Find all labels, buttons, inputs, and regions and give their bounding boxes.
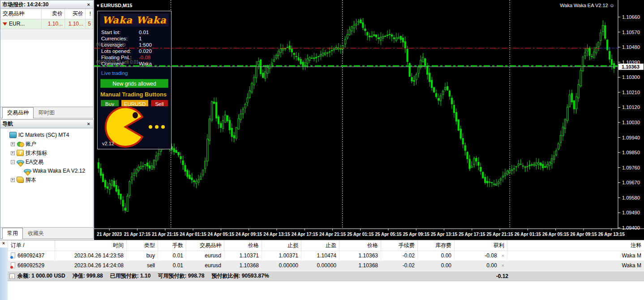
total-profit: -0.12: [455, 273, 508, 279]
close-icon[interactable]: ×: [1, 241, 6, 246]
orders-col-8[interactable]: 价格: [339, 240, 381, 251]
ea-stat-row: Lots opened:0.020: [98, 48, 171, 54]
market-watch-col-0[interactable]: 交易品种: [1, 9, 42, 19]
svg-text:1.09580: 1.09580: [622, 195, 640, 200]
expand-icon[interactable]: +: [11, 151, 15, 155]
navigator-item[interactable]: +f技术指标: [2, 148, 92, 157]
pacman-dot: [155, 125, 159, 129]
close-order-icon[interactable]: ×: [502, 253, 504, 258]
buy-order-icon: [11, 252, 15, 258]
navigator-item[interactable]: Waka Waka EA V2.12: [2, 166, 92, 175]
orders-col-6[interactable]: 止损: [262, 240, 301, 251]
terminal-panel: × 订单 /时间类型手数交易品种价格止损止盈价格手续费库存费获利注释 66909…: [0, 240, 644, 300]
orders-col-11[interactable]: 获利: [455, 240, 507, 251]
navigator-item[interactable]: +脚本: [2, 175, 92, 184]
market-watch-tab[interactable]: 即时图: [34, 107, 60, 118]
server-icon: [9, 132, 17, 138]
pacman-dot: [149, 125, 152, 129]
order-row[interactable]: 6690924372023.04.26 14:23:58buy0.01eurus…: [8, 251, 644, 261]
mt4-window: 市场报价: 14:24:30 × 交易品种卖价买价! EUR...1.10...…: [0, 0, 644, 300]
svg-text:21 Apr 2023: 21 Apr 2023: [97, 232, 122, 237]
close-order-icon[interactable]: ×: [502, 263, 504, 268]
navigator-tab[interactable]: 收藏夹: [23, 228, 49, 239]
market-watch-col-2[interactable]: 买价: [65, 9, 86, 19]
svg-text:1.10300: 1.10300: [622, 74, 640, 80]
market-watch-table: 交易品种卖价买价! EUR...1.10...1.10...5: [0, 9, 93, 29]
orders-col-12[interactable]: 注释: [507, 240, 644, 251]
summary-segment: 已用预付款: 1.10: [110, 273, 151, 279]
chart-window[interactable]: 1.106601.105701.104801.103901.103001.102…: [94, 0, 644, 240]
svg-text:25 Apr 21:15: 25 Apr 21:15: [487, 232, 514, 237]
expand-icon[interactable]: +: [11, 142, 15, 146]
candlestick-chart[interactable]: 1.106601.105701.104801.103901.103001.102…: [94, 0, 644, 240]
navigator-tab[interactable]: 常用: [2, 228, 23, 239]
market-watch-col-3[interactable]: !: [86, 9, 93, 19]
new-grids-allowed-button[interactable]: New grids allowed: [100, 79, 168, 88]
svg-text:1.09400: 1.09400: [622, 225, 640, 230]
accounts-icon: [17, 141, 24, 147]
orders-col-2[interactable]: 类型: [127, 240, 158, 251]
navigator-item-label: 脚本: [26, 176, 36, 184]
market-watch-empty-area: [1, 40, 93, 106]
navigator-item-label: EA交易: [26, 158, 43, 166]
svg-text:21 Apr 21:15: 21 Apr 21:15: [152, 232, 179, 237]
orders-col-3[interactable]: 手数: [158, 240, 186, 251]
scripts-icon: [17, 177, 24, 183]
orders-col-0[interactable]: 订单 /: [8, 240, 55, 251]
ea-version-label: v2.12: [102, 141, 114, 146]
navigator-item[interactable]: IC Markets (SC) MT4: [2, 130, 92, 139]
live-trading-label: Live trading: [98, 67, 171, 77]
indicators-icon: f: [17, 150, 24, 156]
order-line-label: #669092437 tp: [96, 42, 126, 47]
svg-text:1.09850: 1.09850: [622, 150, 640, 155]
navigator-panel: 导航 × IC Markets (SC) MT4+账户+f技术指标-EA交易Wa…: [0, 119, 94, 239]
svg-text:1.10480: 1.10480: [622, 44, 640, 50]
expert-advisor-icon: [24, 168, 31, 174]
collapse-icon[interactable]: -: [11, 160, 15, 164]
ea-info-panel: Waka Waka Start lot:0.01Currencies:1Leve…: [97, 11, 172, 149]
navigator-item-label: 账户: [26, 140, 36, 148]
svg-text:24 Apr 09:15: 24 Apr 09:15: [236, 232, 262, 237]
pacman-dot: [161, 125, 165, 129]
svg-text:25 Apr 17:15: 25 Apr 17:15: [459, 232, 485, 237]
orders-col-9[interactable]: 手续费: [381, 240, 418, 251]
svg-text:1.10660: 1.10660: [622, 14, 640, 20]
market-watch-titlebar[interactable]: 市场报价: 14:24:30 ×: [0, 0, 93, 9]
tick-down-icon: [3, 22, 7, 26]
market-watch-col-1[interactable]: 卖价: [42, 9, 65, 19]
orders-col-1[interactable]: 时间: [55, 240, 127, 251]
svg-text:25 Apr 05:15: 25 Apr 05:15: [375, 232, 402, 237]
summary-segment: 净值: 999.88: [73, 273, 103, 279]
svg-text:1.09940: 1.09940: [622, 135, 640, 140]
svg-text:26 Apr 01:15: 26 Apr 01:15: [515, 232, 541, 237]
market-watch-row[interactable]: EUR...1.10...1.10...5: [1, 19, 93, 29]
ea-stat-row: Currencies:1: [98, 35, 171, 42]
close-icon[interactable]: ×: [86, 2, 91, 7]
expand-icon[interactable]: +: [11, 178, 15, 182]
close-icon[interactable]: ×: [86, 121, 91, 126]
market-watch-title: 市场报价: 14:24:30: [2, 1, 86, 9]
svg-text:25 Apr 01:15: 25 Apr 01:15: [347, 232, 374, 237]
pacman-eye: [133, 112, 138, 118]
market-watch-panel: 市场报价: 14:24:30 × 交易品种卖价买价! EUR...1.10...…: [0, 0, 94, 118]
order-line-label: #669092529 sell 0.01: [96, 60, 139, 65]
orders-col-7[interactable]: 止盈: [301, 240, 339, 251]
navigator-titlebar[interactable]: 导航 ×: [0, 120, 93, 128]
svg-text:1.09760: 1.09760: [622, 165, 640, 170]
waka-waka-logo: Waka Waka: [99, 13, 169, 27]
navigator-item[interactable]: +账户: [2, 139, 92, 148]
navigator-item-label: Waka Waka EA V2.12: [33, 168, 85, 174]
orders-col-5[interactable]: 价格: [224, 240, 262, 251]
orders-col-10[interactable]: 库存费: [418, 240, 455, 251]
navigator-item-label: 技术指标: [26, 149, 47, 157]
svg-text:26 Apr 05:15: 26 Apr 05:15: [542, 232, 569, 237]
market-watch-tab[interactable]: 交易品种: [2, 107, 34, 118]
svg-text:24 Apr 13:15: 24 Apr 13:15: [263, 232, 290, 237]
order-row[interactable]: 6690925292023.04.26 14:24:08sell0.01euru…: [8, 261, 644, 270]
navigator-item[interactable]: -EA交易: [2, 157, 92, 166]
svg-text:26 Apr 13:15: 26 Apr 13:15: [598, 232, 625, 237]
manual-trading-title: Manual Trading Buttons: [98, 90, 171, 100]
orders-col-4[interactable]: 交易品种: [186, 240, 224, 251]
terminal-tab-strip[interactable]: [0, 248, 8, 300]
account-summary-row: ↓ 余额: 1 000.00 USD净值: 999.88已用预付款: 1.10可…: [8, 271, 644, 281]
